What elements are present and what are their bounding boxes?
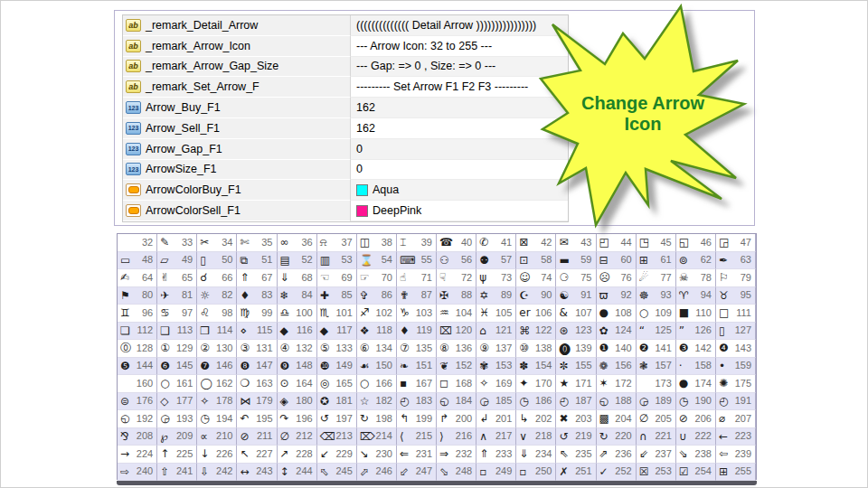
charmap-cell[interactable]: ⇓68 bbox=[278, 269, 317, 287]
charmap-cell[interactable]: ⍾37 bbox=[317, 234, 357, 252]
charmap-cell[interactable]: →224 bbox=[118, 446, 157, 464]
charmap-cell[interactable]: ❑113 bbox=[157, 323, 197, 341]
charmap-cell[interactable]: ♒104 bbox=[437, 305, 476, 323]
property-value-cell[interactable]: 0 bbox=[350, 160, 568, 181]
charmap-cell[interactable]: ⟨215 bbox=[397, 428, 437, 446]
charmap-cell[interactable]: ✎33 bbox=[157, 234, 197, 252]
charmap-cell[interactable]: ✿124 bbox=[597, 323, 637, 341]
charmap-cell[interactable]: ❏112 bbox=[118, 323, 157, 341]
charmap-cell[interactable]: ☄77 bbox=[637, 269, 676, 287]
charmap-cell[interactable]: ❦152 bbox=[437, 358, 476, 376]
charmap-cell[interactable]: ♑103 bbox=[397, 305, 437, 323]
charmap-cell[interactable]: ⇙237 bbox=[637, 446, 676, 464]
charmap-cell[interactable]: ❺144 bbox=[118, 358, 157, 376]
charmap-cell[interactable]: ⓿139 bbox=[556, 340, 596, 358]
charmap-cell[interactable]: ◳45 bbox=[637, 234, 676, 252]
charmap-cell[interactable]: ⇨240 bbox=[118, 464, 157, 482]
charmap-cell[interactable]: ∩221 bbox=[637, 428, 676, 446]
charmap-cell[interactable]: ✡89 bbox=[476, 287, 516, 305]
charmap-cell[interactable]: ⌨55 bbox=[397, 252, 437, 270]
charmap-cell[interactable]: ☟72 bbox=[437, 269, 476, 287]
charmap-cell[interactable]: ✦170 bbox=[516, 375, 556, 393]
charmap-cell[interactable]: ❁156 bbox=[597, 358, 637, 376]
charmap-cell[interactable]: ♍99 bbox=[237, 305, 277, 323]
charmap-cell[interactable]: ✺175 bbox=[716, 375, 756, 393]
charmap-cell[interactable]: ⊡58 bbox=[516, 252, 556, 270]
charmap-cell[interactable]: ●108 bbox=[597, 305, 637, 323]
charmap-cell[interactable]: ⚆75 bbox=[556, 269, 596, 287]
charmap-cell[interactable]: ⅋208 bbox=[118, 428, 157, 446]
charmap-cell[interactable]: ◷186 bbox=[516, 393, 556, 411]
property-value-cell[interactable]: 0 bbox=[350, 139, 568, 160]
charmap-cell[interactable]: ♉95 bbox=[716, 287, 756, 305]
charmap-cell[interactable]: ↺197 bbox=[317, 410, 357, 428]
charmap-cell[interactable]: ❍163 bbox=[237, 375, 277, 393]
charmap-cell[interactable]: ❄84 bbox=[278, 287, 317, 305]
charmap-cell[interactable]: ⊘206 bbox=[676, 410, 716, 428]
charmap-cell[interactable]: ↘230 bbox=[357, 446, 397, 464]
charmap-cell[interactable]: ⌫213 bbox=[317, 428, 357, 446]
charmap-cell[interactable]: ⌛54 bbox=[357, 252, 397, 270]
charmap-cell[interactable]: ▭48 bbox=[118, 252, 157, 270]
charmap-cell[interactable]: ⬀246 bbox=[357, 464, 397, 482]
charmap-cell[interactable]: ☺74 bbox=[516, 269, 556, 287]
charmap-cell[interactable]: ⌧120 bbox=[437, 323, 476, 341]
charmap-cell[interactable]: ←223 bbox=[716, 428, 756, 446]
charmap-cell[interactable]: ∅212 bbox=[278, 428, 317, 446]
charmap-cell[interactable]: ♓105 bbox=[476, 305, 516, 323]
charmap-cell[interactable]: ☝71 bbox=[397, 269, 437, 287]
charmap-cell[interactable]: ⓪128 bbox=[118, 340, 157, 358]
charmap-cell[interactable]: ↶195 bbox=[237, 410, 277, 428]
charmap-cell[interactable]: ✌65 bbox=[157, 269, 197, 287]
property-row[interactable]: 123ArrowSize_F10 bbox=[123, 160, 568, 181]
charmap-cell[interactable]: ◶193 bbox=[157, 410, 197, 428]
property-value-cell[interactable]: Aqua bbox=[350, 180, 568, 201]
charmap-cell[interactable]: ⇐231 bbox=[397, 446, 437, 464]
charmap-cell[interactable]: ♈94 bbox=[676, 287, 716, 305]
charmap-cell[interactable]: ↷196 bbox=[278, 410, 317, 428]
charmap-cell[interactable]: ▯127 bbox=[716, 323, 756, 341]
charmap-cell[interactable]: ◵184 bbox=[437, 393, 476, 411]
charmap-cell[interactable]: ↕244 bbox=[278, 464, 317, 482]
charmap-cell[interactable]: ⊙164 bbox=[278, 375, 317, 393]
charmap-cell[interactable]: ↓226 bbox=[197, 446, 237, 464]
charmap-cell[interactable]: ↳202 bbox=[516, 410, 556, 428]
charmap-cell[interactable]: ✽154 bbox=[516, 358, 556, 376]
charmap-cell[interactable]: ▫250 bbox=[516, 464, 556, 482]
property-row[interactable]: ab_remark_Arrow_Gap_Size--- Gap: => 0 , … bbox=[123, 57, 568, 78]
charmap-cell[interactable]: ⌘122 bbox=[516, 323, 556, 341]
charmap-cell[interactable]: ⇒232 bbox=[437, 446, 476, 464]
charmap-cell[interactable]: ■110 bbox=[676, 305, 716, 323]
charmap-cell[interactable]: ⇓234 bbox=[516, 446, 556, 464]
charmap-cell[interactable]: ⋄115 bbox=[237, 323, 277, 341]
charmap-cell[interactable]: ϖ92 bbox=[597, 287, 637, 305]
charmap-cell[interactable]: ○161 bbox=[157, 375, 197, 393]
property-row[interactable]: 123Arrow_Sell_F1162 bbox=[123, 118, 568, 139]
charmap-cell[interactable]: ⑤133 bbox=[317, 340, 357, 358]
charmap-cell[interactable]: ⑥134 bbox=[357, 340, 397, 358]
charmap-cell[interactable]: ✾153 bbox=[476, 358, 516, 376]
charmap-cell[interactable]: ♊96 bbox=[118, 305, 157, 323]
charmap-cell[interactable]: ✍64 bbox=[118, 269, 157, 287]
charmap-cell[interactable]: ✆41 bbox=[476, 234, 516, 252]
charmap-cell[interactable]: ∞36 bbox=[278, 234, 317, 252]
charmap-cell[interactable]: ❾148 bbox=[278, 358, 317, 376]
charmap-cell[interactable]: ❿149 bbox=[317, 358, 357, 376]
charmap-cell[interactable]: ⧉51 bbox=[237, 252, 277, 270]
charmap-cell[interactable]: ⚉57 bbox=[476, 252, 516, 270]
charmap-cell[interactable]: ✞86 bbox=[357, 287, 397, 305]
charmap-cell[interactable]: ↙229 bbox=[317, 446, 357, 464]
charmap-cell[interactable]: ⚇56 bbox=[437, 252, 476, 270]
charmap-cell[interactable]: ◷190 bbox=[676, 393, 716, 411]
charmap-cell[interactable]: ④132 bbox=[278, 340, 317, 358]
charmap-cell[interactable]: ❸142 bbox=[676, 340, 716, 358]
property-name-cell[interactable]: 123Arrow_Gap_F1 bbox=[123, 139, 350, 160]
charmap-cell[interactable]: ✠88 bbox=[437, 287, 476, 305]
charmap-cell[interactable]: ◵192 bbox=[118, 410, 157, 428]
charmap-cell[interactable]: ❼146 bbox=[197, 358, 237, 376]
charmap-cell[interactable]: ☌66 bbox=[197, 269, 237, 287]
charmap-cell[interactable]: ⊚62 bbox=[676, 252, 716, 270]
charmap-cell[interactable]: ▪167 bbox=[397, 375, 437, 393]
charmap-cell[interactable]: ☆182 bbox=[357, 393, 397, 411]
charmap-cell[interactable]: ↰199 bbox=[397, 410, 437, 428]
